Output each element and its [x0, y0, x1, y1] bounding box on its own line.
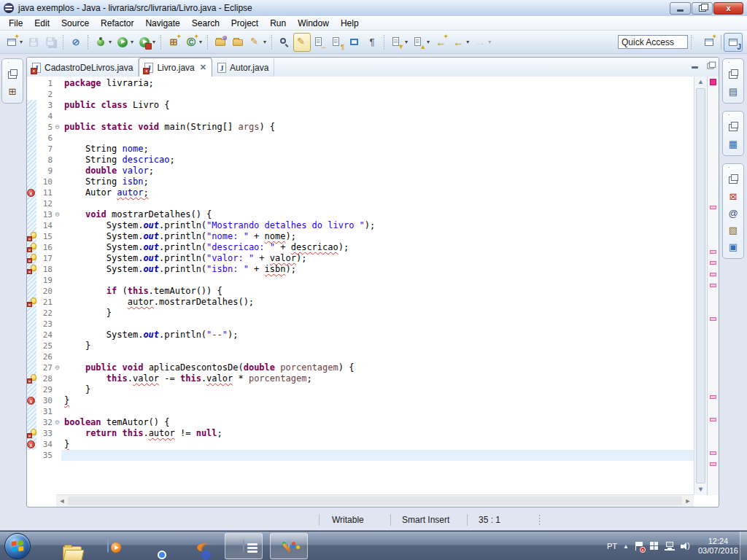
dropdown-arrow-icon[interactable]: ▾: [20, 39, 23, 45]
vertical-scrollbar[interactable]: ▲ ▼: [694, 77, 707, 495]
code-text[interactable]: [61, 351, 694, 362]
overview-error-indicator[interactable]: [710, 79, 716, 85]
task-list-view-button[interactable]: ▤: [724, 83, 742, 100]
code-text[interactable]: [61, 275, 694, 286]
menu-window[interactable]: Window: [292, 17, 335, 30]
tab-livro-java[interactable]: JxLivro.java✕: [139, 58, 212, 77]
code-text[interactable]: System.out.println("--");: [61, 330, 694, 341]
dropdown-arrow-icon[interactable]: ▾: [263, 39, 266, 45]
title-bar[interactable]: java exemplos - Java - livraria/src/livr…: [0, 0, 747, 17]
code-text[interactable]: }: [61, 308, 694, 319]
code-text[interactable]: String isbn;: [61, 176, 694, 187]
gutter-marker-cell[interactable]: [27, 319, 36, 330]
dropdown-arrow-icon[interactable]: ▾: [131, 39, 133, 45]
menu-help[interactable]: Help: [335, 17, 365, 30]
code-line[interactable]: 31: [27, 406, 694, 417]
code-text[interactable]: }: [61, 395, 694, 406]
show-whitespace-button[interactable]: ¶: [363, 33, 381, 52]
gutter-marker-cell[interactable]: [27, 417, 36, 428]
code-line[interactable]: 18 System.out.println("isbn: " + isbn);: [27, 264, 694, 275]
code-line[interactable]: 17 System.out.println("valor: " + valor)…: [27, 253, 694, 264]
scroll-down-arrow[interactable]: ▼: [694, 484, 707, 495]
code-line[interactable]: 23: [27, 319, 694, 330]
restore-view-button[interactable]: [724, 171, 742, 188]
code-line[interactable]: 21 autor.mostrarDetalhes();: [27, 297, 694, 308]
gutter-marker-cell[interactable]: [27, 242, 36, 253]
code-line[interactable]: 12: [27, 198, 694, 209]
taskbar-paint-button[interactable]: [270, 533, 308, 559]
quickfix-error-marker-icon[interactable]: [27, 298, 36, 307]
code-line[interactable]: 14 System.out.println("Mostrando detalhe…: [27, 220, 694, 231]
quick-access-input[interactable]: [618, 35, 688, 49]
menu-project[interactable]: Project: [225, 17, 264, 30]
taskbar-firefox-button[interactable]: [179, 533, 217, 559]
search-button[interactable]: [276, 33, 293, 52]
scroll-up-arrow[interactable]: ▲: [694, 77, 707, 88]
gutter-marker-cell[interactable]: [27, 133, 36, 144]
gutter-marker-cell[interactable]: [27, 362, 36, 373]
code-text[interactable]: }: [61, 341, 694, 351]
overview-ruler[interactable]: [707, 77, 719, 495]
gutter-marker-cell[interactable]: [27, 341, 36, 351]
code-text[interactable]: public void aplicaDescontosDe(double por…: [61, 362, 694, 373]
code-line[interactable]: 1package livraria;: [27, 78, 694, 89]
gutter-marker-cell[interactable]: [27, 275, 36, 286]
format-button[interactable]: ¶: [328, 33, 346, 52]
menu-refactor[interactable]: Refactor: [95, 17, 139, 30]
menu-file[interactable]: File: [3, 17, 28, 30]
menu-search[interactable]: Search: [186, 17, 225, 30]
java-perspective-button[interactable]: J: [724, 33, 743, 52]
code-line[interactable]: x30}: [27, 395, 694, 406]
quickfix-error-marker-icon[interactable]: [27, 254, 36, 263]
code-text[interactable]: boolean temAutor() {: [61, 417, 694, 428]
code-text[interactable]: [61, 89, 694, 100]
scroll-left-arrow[interactable]: ◄: [56, 495, 68, 507]
gutter-marker-cell[interactable]: [27, 351, 36, 362]
overview-occurrence-marker[interactable]: [710, 250, 716, 254]
code-text[interactable]: String descricao;: [61, 155, 694, 166]
code-line[interactable]: 29 }: [27, 384, 694, 395]
code-text[interactable]: [61, 133, 694, 144]
code-line[interactable]: 25 }: [27, 341, 694, 351]
code-line[interactable]: 16 System.out.println("descricao: " + de…: [27, 242, 694, 253]
menu-edit[interactable]: Edit: [28, 17, 55, 30]
clock[interactable]: 12:24 03/07/2016: [698, 537, 738, 556]
prev-annotation-button[interactable]: ▲▾: [410, 33, 432, 52]
dropdown-arrow-icon[interactable]: ▾: [466, 39, 469, 45]
gutter-marker-cell[interactable]: [27, 450, 36, 461]
code-line[interactable]: 8 String descricao;: [27, 155, 694, 166]
scroll-right-arrow[interactable]: ►: [682, 495, 694, 507]
skip-breakpoints-button[interactable]: ⊘: [67, 33, 85, 52]
code-line[interactable]: 2: [27, 89, 694, 100]
outline-view-button[interactable]: ▦: [724, 136, 742, 152]
gutter-marker-cell[interactable]: [27, 253, 36, 264]
menu-source[interactable]: Source: [55, 17, 95, 30]
dropdown-arrow-icon[interactable]: ▾: [109, 39, 112, 45]
code-text[interactable]: String nome;: [61, 144, 694, 155]
problems-view-button[interactable]: ⊠: [724, 188, 742, 205]
next-annotation-button[interactable]: ▼▾: [388, 33, 410, 52]
gutter-marker-cell[interactable]: [27, 286, 36, 297]
code-line[interactable]: 27⊖ public void aplicaDescontosDe(double…: [27, 362, 694, 373]
code-line[interactable]: x11 Autor autor;: [27, 187, 694, 198]
overview-occurrence-marker[interactable]: [710, 418, 716, 421]
gutter-marker-cell[interactable]: [27, 111, 36, 122]
overview-occurrence-marker[interactable]: [710, 317, 716, 321]
network-icon[interactable]: [665, 542, 675, 551]
get-windows10-icon[interactable]: [650, 542, 659, 551]
declaration-view-button[interactable]: ▧: [724, 222, 742, 238]
code-text[interactable]: autor.mostrarDetalhes();: [61, 297, 694, 308]
vertical-scroll-thumb[interactable]: [696, 88, 705, 483]
stack-drag-handle[interactable]: [728, 114, 738, 117]
menu-run[interactable]: Run: [264, 17, 292, 30]
console-view-button[interactable]: ▣: [724, 238, 742, 255]
block-selection-button[interactable]: [346, 33, 363, 52]
show-hidden-icons-button[interactable]: ▲: [623, 543, 629, 550]
quickfix-error-marker-icon[interactable]: [27, 265, 36, 274]
taskbar-chrome-button[interactable]: [134, 533, 172, 559]
gutter-marker-cell[interactable]: x: [27, 395, 36, 406]
code-text[interactable]: public static void main(String[] args) {: [61, 122, 694, 133]
horizontal-scroll-thumb[interactable]: [68, 497, 682, 505]
gutter-marker-cell[interactable]: [27, 406, 36, 417]
taskbar-explorer-button[interactable]: [44, 533, 82, 559]
